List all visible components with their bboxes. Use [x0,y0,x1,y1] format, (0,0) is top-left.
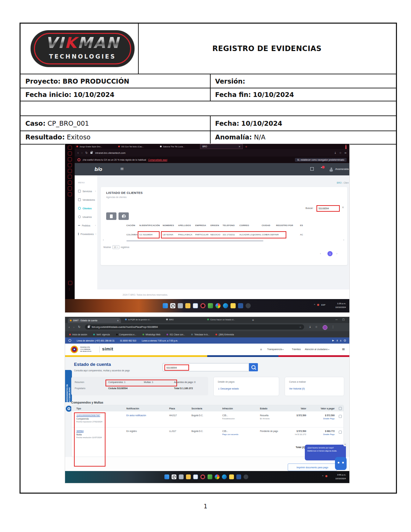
breadcrumb-home[interactable]: BRO [337,182,341,184]
sidebar-item-vendedores[interactable]: Vendedores [78,198,96,201]
gx-sidebar-icon[interactable] [68,163,72,167]
history-link[interactable]: Ver historial (0) [289,387,305,390]
tray-up-icon[interactable]: ^ [322,475,323,477]
plate-search-input[interactable]: 53108594 [163,363,249,371]
maximize-icon[interactable]: □ [342,318,345,321]
gx-sidebar-icon[interactable] [68,151,72,156]
download-statement-link[interactable]: ↓ Descargar estado [218,387,239,390]
row-checkbox[interactable] [339,415,342,418]
facebook-icon[interactable]: f [337,339,337,342]
page-size-select[interactable]: 10 ▾ [112,245,120,249]
select-all-checkbox[interactable] [339,407,342,410]
row-checkbox[interactable] [339,431,342,434]
col-header-ciudad[interactable]: CIUDAD [262,224,270,226]
bookmark-item[interactable]: Verif. vigencia [93,333,110,336]
clock[interactable]: 3:55 p.m. 10/10/2024 [335,473,346,480]
file-explorer-icon[interactable] [185,303,190,308]
horizontal-scrollbar[interactable] [126,240,263,242]
browser-tab[interactable]: Juego Gratis Style Driv... [75,144,116,149]
profile-avatar[interactable] [323,325,327,330]
fullscreen-icon[interactable] [310,167,314,171]
hamburger-icon[interactable]: ≡ [120,166,124,171]
col-header-telefono[interactable]: TELEFONO [223,224,235,226]
start-icon[interactable] [163,303,168,308]
col-header-origen[interactable]: ORIGEN [210,224,219,226]
tray-up-icon[interactable]: ^ [314,304,315,306]
file-explorer-icon[interactable] [186,474,191,479]
download-icon[interactable]: ↓ [334,151,336,154]
search-button[interactable] [249,363,258,371]
browser-menu-icon[interactable]: ≡ [344,151,347,154]
home-icon[interactable]: ⌂ [260,348,262,351]
search-input[interactable]: 53108594 [316,205,340,212]
col-header-registro-por[interactable]: REGISTRO POR [276,224,293,226]
bookmark-item[interactable]: Teleclase In-b... [191,333,209,336]
back-icon[interactable]: ‹ [77,151,79,154]
pagination-page-1[interactable]: 1 [327,251,333,256]
accessibility-tools-tab[interactable]: HERRAMIENTAS DE ACCESIBILIDAD [65,370,72,402]
gx-sidebar-icon[interactable] [68,175,72,179]
task-view-icon[interactable] [179,474,184,479]
bookmark-item[interactable]: Inicio de sesión [69,333,87,336]
edge-icon[interactable] [223,303,228,308]
bro-logo[interactable]: b/o [95,166,102,172]
instagram-icon[interactable] [344,339,346,342]
pagination-next-icon[interactable]: › [336,252,337,255]
hamburger-icon[interactable]: ≡ [342,347,345,351]
word-icon[interactable] [238,303,243,308]
url-text[interactable]: intranet-bro.vikmantech.com [95,152,332,154]
sidebar-item-proveedores[interactable]: Proveedores › [78,233,96,235]
scroll-left-icon[interactable]: ‹ [103,238,104,242]
col-header-correo[interactable]: CORREO [239,224,249,226]
close-icon[interactable]: × [117,319,119,322]
new-tab-icon[interactable]: + [252,318,254,322]
notes-icon[interactable] [229,474,234,479]
scroll-right-icon[interactable]: › [343,238,344,242]
extensions-icon[interactable]: ☆ [315,325,317,329]
clock[interactable]: 1:29 p.m. 10/10/2024 [335,302,346,309]
col-header-apellidos[interactable]: APELLIDOS [178,224,191,226]
sidebar-item-servicios[interactable]: Servicios › [78,190,96,193]
browser-tab[interactable]: Sabena The Tik Lucia... [158,144,200,149]
settings-icon[interactable] [246,303,251,308]
notification-link[interactable]: En aviso notificación [126,414,146,417]
export-file-button[interactable] [106,212,116,220]
browser-tab[interactable]: BRO [166,318,203,321]
browser-tab[interactable]: OG Con Tal Idolo (Cau... [116,144,158,149]
col-header-ubicacion[interactable]: CACIÓN [126,224,135,226]
sidebar-item-clientes[interactable]: Clientes [78,207,96,210]
bookmark-star-icon[interactable]: ☆ [299,326,301,329]
gx-sidebar-icon[interactable] [68,281,72,285]
browser-menu-icon[interactable]: ⋮ [332,325,334,329]
youtube-icon[interactable]: ▶ [332,339,334,342]
chatbot-button[interactable] [335,457,347,470]
col-header-empresa[interactable]: EMPRESA [195,224,206,226]
bookmark-item[interactable]: WhatsApp Web [142,333,161,336]
gx-sidebar-icon[interactable] [68,181,72,185]
twitter-icon[interactable]: t [340,339,341,342]
download-icon[interactable]: ↓ [309,325,311,329]
sidebar-item-usuarios[interactable]: Usuarios [78,215,96,218]
chrome-icon[interactable] [215,474,220,479]
start-icon[interactable] [164,474,169,479]
col-header-nombres[interactable]: NOMBRES [163,224,174,226]
language-indicator[interactable]: ESP [321,304,325,306]
bookmark-item[interactable]: (384) Entrevista [215,333,234,336]
mail-icon[interactable] [193,474,198,479]
gx-sidebar-icon[interactable] [68,157,72,161]
browser-tab-active[interactable]: BRO × [200,144,243,149]
refresh-icon[interactable]: ↻ [85,151,88,154]
accessibility-icon[interactable] [68,339,71,342]
whatsapp-icon[interactable] [208,303,213,308]
nav-trans[interactable]: Transparencia ▾ [267,348,284,350]
gx-more-icon[interactable]: ⋮ [68,288,71,291]
task-view-icon[interactable] [178,303,183,308]
col-header-identificacion[interactable]: N.IDENTIFICACIÓN [139,224,160,226]
browser-tab[interactable]: Cómo hacer un listado d... [207,318,248,321]
pagination-prev-icon[interactable]: ‹ [320,252,321,255]
bookmark-item[interactable]: 911 Clave con... [166,333,185,336]
banner-link[interactable]: Compruébalo aquí [148,159,167,161]
browser-tab[interactable]: la PQR de la gestión d... [125,318,162,321]
sidebar-item-pedidos[interactable]: Pedidos › [78,224,96,227]
print-document-button[interactable]: Imprimir documento para pago [288,463,337,471]
